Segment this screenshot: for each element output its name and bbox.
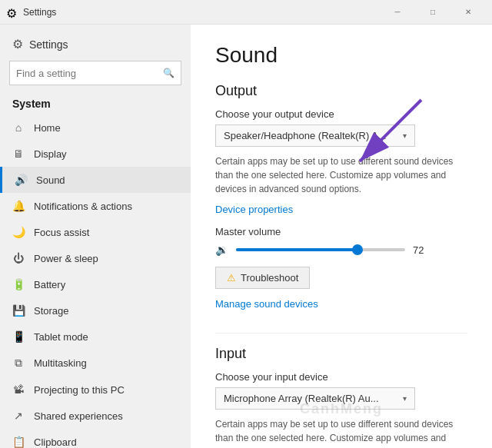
focus-icon: 🌙 [12, 226, 25, 238]
page-title: Sound [215, 43, 467, 68]
sidebar-item-label: Power & sleep [34, 253, 98, 264]
display-icon: 🖥 [12, 148, 25, 160]
close-button[interactable]: ✕ [450, 0, 486, 25]
search-box[interactable]: 🔍 [9, 61, 181, 85]
input-section-title: Input [215, 346, 467, 362]
main-content: Sound Output Choose your output device S… [191, 25, 492, 448]
home-icon: ⌂ [12, 121, 25, 134]
sidebar-item-label: Sound [36, 174, 65, 186]
output-section-title: Output [215, 83, 467, 99]
output-info-text: Certain apps may be set up to use differ… [215, 154, 467, 196]
troubleshoot-button[interactable]: ⚠ Troubleshoot [215, 267, 310, 289]
sidebar-item-label: Home [34, 122, 61, 134]
window-controls: ─ □ ✕ [380, 0, 486, 25]
dropdown-arrow-icon: ▾ [403, 394, 407, 403]
sidebar-item-display[interactable]: 🖥 Display [0, 141, 191, 167]
sidebar-header: ⚙ Settings [0, 25, 191, 58]
storage-icon: 💾 [12, 304, 25, 317]
slider-thumb[interactable] [352, 244, 363, 255]
dropdown-arrow-icon: ▾ [403, 131, 407, 140]
titlebar: ⚙ Settings ─ □ ✕ [0, 0, 492, 25]
shared-icon: ↗ [12, 410, 25, 422]
sidebar-item-battery[interactable]: 🔋 Battery [0, 271, 191, 297]
output-device-value: Speaker/Headphone (Realtek(R) A... [224, 130, 387, 141]
sidebar-item-label: Multitasking [34, 357, 87, 369]
volume-slider[interactable] [236, 248, 405, 251]
input-device-value: Microphone Array (Realtek(R) Au... [224, 393, 379, 404]
sidebar-item-label: Focus assist [34, 227, 89, 238]
sidebar-item-label: Clipboard [34, 436, 77, 448]
troubleshoot-label: Troubleshoot [241, 272, 298, 284]
sound-icon: 🔊 [15, 174, 27, 186]
clipboard-icon: 📋 [12, 436, 25, 448]
slider-fill [236, 248, 357, 251]
sidebar-item-label: Display [34, 148, 67, 160]
volume-value: 72 [413, 244, 431, 256]
search-input[interactable] [16, 68, 163, 79]
sidebar-item-shared[interactable]: ↗ Shared experiences [0, 403, 191, 429]
maximize-button[interactable]: □ [415, 0, 450, 25]
output-device-dropdown[interactable]: Speaker/Headphone (Realtek(R) A... ▾ [215, 124, 415, 147]
output-device-label: Choose your output device [215, 108, 467, 120]
volume-row: 🔉 72 [215, 244, 467, 256]
power-icon: ⏻ [12, 252, 25, 264]
app-body: ⚙ Settings 🔍 System ⌂ Home 🖥 Display 🔊 S… [0, 25, 492, 448]
window-title: Settings [23, 7, 380, 18]
sidebar-item-label: Battery [34, 279, 65, 290]
input-info-text: Certain apps may be set up to use differ… [215, 417, 467, 448]
volume-label: Master volume [215, 226, 467, 237]
sidebar-title: Settings [29, 38, 68, 51]
minimize-button[interactable]: ─ [380, 0, 415, 25]
sidebar-item-projecting[interactable]: 📽 Projecting to this PC [0, 377, 191, 403]
sidebar-item-storage[interactable]: 💾 Storage [0, 297, 191, 324]
device-properties-link[interactable]: Device properties [215, 204, 293, 215]
input-device-dropdown[interactable]: Microphone Array (Realtek(R) Au... ▾ [215, 387, 415, 410]
sidebar-item-focus[interactable]: 🌙 Focus assist [0, 219, 191, 245]
notifications-icon: 🔔 [12, 200, 25, 212]
sidebar-item-clipboard[interactable]: 📋 Clipboard [0, 429, 191, 448]
multitasking-icon: ⧉ [12, 357, 25, 370]
tablet-icon: 📱 [12, 330, 25, 343]
warning-icon: ⚠ [227, 272, 236, 284]
sidebar-item-label: Tablet mode [34, 331, 88, 343]
settings-icon: ⚙ [12, 37, 23, 51]
sidebar-section-title: System [0, 95, 191, 114]
sidebar-item-multitasking[interactable]: ⧉ Multitasking [0, 350, 191, 377]
search-icon: 🔍 [163, 68, 175, 78]
input-device-label: Choose your input device [215, 371, 467, 383]
sidebar-item-label: Storage [34, 305, 69, 317]
sidebar-item-notifications[interactable]: 🔔 Notifications & actions [0, 193, 191, 219]
sidebar-item-tablet[interactable]: 📱 Tablet mode [0, 324, 191, 350]
sidebar-item-label: Notifications & actions [34, 201, 132, 212]
sidebar-item-home[interactable]: ⌂ Home [0, 114, 191, 141]
battery-icon: 🔋 [12, 278, 25, 290]
manage-sound-devices-link[interactable]: Manage sound devices [215, 298, 318, 310]
section-divider [215, 333, 467, 334]
settings-window-icon: ⚙ [6, 6, 18, 18]
projecting-icon: 📽 [12, 383, 25, 396]
sidebar-item-sound[interactable]: 🔊 Sound [0, 167, 191, 193]
sidebar-item-label: Projecting to this PC [34, 384, 125, 396]
sidebar-item-label: Shared experiences [34, 410, 123, 422]
volume-section: Master volume 🔉 72 [215, 226, 467, 256]
sidebar-item-power[interactable]: ⏻ Power & sleep [0, 245, 191, 271]
volume-icon: 🔉 [215, 244, 228, 256]
sidebar: ⚙ Settings 🔍 System ⌂ Home 🖥 Display 🔊 S… [0, 25, 191, 448]
